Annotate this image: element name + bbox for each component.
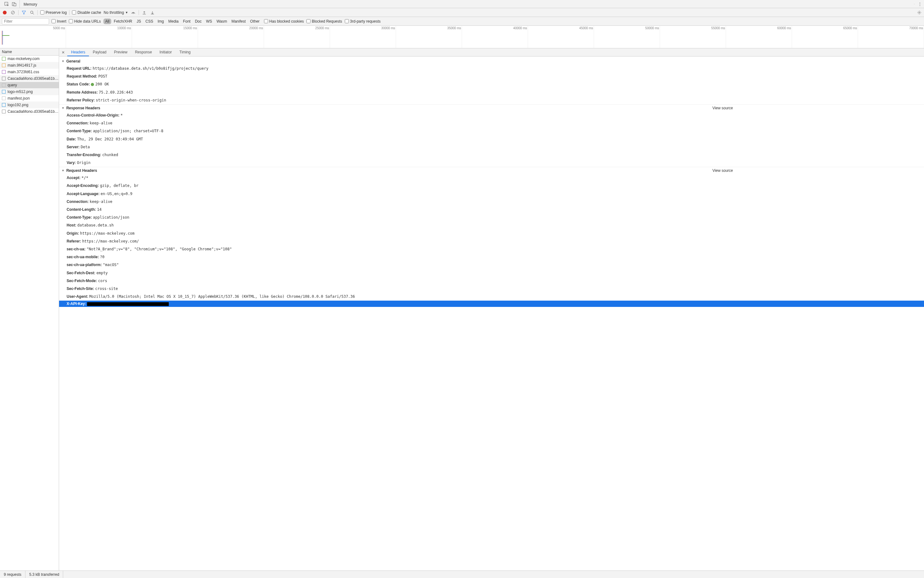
- header-row: Origin: https://max-mckelvey.com: [59, 230, 924, 237]
- section-header[interactable]: ▼Response HeadersView source: [59, 104, 924, 112]
- filter-type-css[interactable]: CSS: [144, 18, 155, 24]
- request-row[interactable]: logo192.png: [0, 102, 59, 109]
- header-row: Transfer-Encoding: chunked: [59, 151, 924, 159]
- js-file-icon: [2, 63, 6, 67]
- filter-type-manifest[interactable]: Manifest: [229, 18, 247, 24]
- more-icon[interactable]: ⋮: [917, 1, 923, 7]
- section-header[interactable]: ▼Request HeadersView source: [59, 167, 924, 174]
- request-row[interactable]: manifest.json: [0, 95, 59, 102]
- timeline-tick-label: 65000 ms: [843, 26, 857, 30]
- request-row[interactable]: max-mckelvey.com: [0, 55, 59, 62]
- filter-icon[interactable]: [21, 10, 27, 15]
- header-key: Remote Address:: [67, 90, 98, 94]
- disclosure-triangle-icon: ▼: [62, 169, 64, 172]
- filter-type-doc[interactable]: Doc: [193, 18, 203, 24]
- request-row[interactable]: query: [0, 82, 59, 89]
- header-value: *: [120, 113, 122, 117]
- tab-memory[interactable]: Memory: [20, 1, 65, 8]
- svg-point-8: [133, 13, 133, 14]
- close-details-icon[interactable]: ✕: [59, 50, 67, 55]
- filter-type-font[interactable]: Font: [181, 18, 192, 24]
- blocked-requests-checkbox[interactable]: Blocked Requests: [306, 19, 342, 24]
- header-row: Request URL: https://database.deta.sh/v1…: [59, 65, 924, 73]
- section-header[interactable]: ▼General: [59, 58, 924, 65]
- request-details-panel: ✕ HeadersPayloadPreviewResponseInitiator…: [59, 49, 924, 570]
- header-value: application/json: [93, 215, 130, 219]
- throttling-select[interactable]: No throttling ▼: [104, 10, 128, 15]
- request-list-panel: Name max-mckelvey.commain.9f414917.jsmai…: [0, 49, 59, 570]
- filter-input[interactable]: [2, 18, 49, 24]
- header-key: Connection:: [67, 200, 89, 204]
- header-row: User-Agent: Mozilla/5.0 (Macintosh; Inte…: [59, 293, 924, 300]
- view-source-link[interactable]: View source: [713, 106, 921, 110]
- header-key: sec-ch-ua-platform:: [67, 263, 102, 267]
- download-icon[interactable]: [150, 10, 155, 15]
- status-bar: 9 requests 5.3 kB transferred: [0, 570, 924, 578]
- header-key: Origin:: [67, 231, 79, 235]
- header-row-x-api-key: X-API-Key:: [59, 300, 924, 307]
- header-key: Referer:: [67, 239, 81, 244]
- filter-type-all[interactable]: All: [103, 18, 111, 24]
- request-row[interactable]: main.3723fd61.css: [0, 69, 59, 75]
- timeline-column: 60000 ms: [726, 26, 792, 48]
- record-button[interactable]: [2, 10, 8, 15]
- timeline-tick-label: 35000 ms: [447, 26, 461, 30]
- filter-type-wasm[interactable]: Wasm: [215, 18, 229, 24]
- blocked-cookies-checkbox[interactable]: Has blocked cookies: [264, 19, 304, 24]
- hide-data-urls-checkbox[interactable]: Hide data URLs: [69, 19, 101, 24]
- filter-type-js[interactable]: JS: [135, 18, 143, 24]
- filter-type-ws[interactable]: WS: [204, 18, 214, 24]
- network-conditions-icon[interactable]: [130, 10, 136, 15]
- request-row[interactable]: CascadiaMono.d3365ea61b…: [0, 75, 59, 82]
- header-row: Status Code: 200 OK: [59, 80, 924, 88]
- details-tab-timing[interactable]: Timing: [176, 49, 195, 55]
- filter-type-other[interactable]: Other: [248, 18, 262, 24]
- header-row: Accept-Encoding: gzip, deflate, br: [59, 182, 924, 190]
- timeline-tick-label: 50000 ms: [645, 26, 659, 30]
- invert-checkbox[interactable]: Invert: [52, 19, 66, 24]
- network-timeline[interactable]: 5000 ms10000 ms15000 ms20000 ms25000 ms3…: [0, 26, 924, 49]
- status-ok-icon: [91, 83, 94, 86]
- details-tab-response[interactable]: Response: [131, 49, 156, 55]
- request-row[interactable]: CascadiaMono.d3365ea61b…: [0, 109, 59, 115]
- header-row: sec-ch-ua-platform: "macOS": [59, 261, 924, 269]
- filter-type-fetch-xhr[interactable]: Fetch/XHR: [112, 18, 134, 24]
- filter-type-img[interactable]: Img: [156, 18, 166, 24]
- header-row: Connection: keep-alive: [59, 198, 924, 206]
- request-name: logo192.png: [8, 103, 28, 107]
- svg-point-9: [919, 12, 920, 13]
- request-row[interactable]: main.9f414917.js: [0, 62, 59, 69]
- details-tab-preview[interactable]: Preview: [110, 49, 131, 55]
- request-row[interactable]: logo-m512.png: [0, 89, 59, 95]
- clear-icon[interactable]: [10, 10, 16, 15]
- device-toolbar: [1, 0, 20, 8]
- header-value: ?0: [100, 255, 104, 259]
- other-file-icon: [2, 83, 6, 87]
- header-value: keep-alive: [89, 200, 112, 204]
- timeline-tick-label: 20000 ms: [249, 26, 263, 30]
- details-tab-payload[interactable]: Payload: [89, 49, 110, 55]
- disclosure-triangle-icon: ▼: [62, 60, 64, 63]
- details-tab-headers[interactable]: Headers: [67, 49, 89, 56]
- doc-file-icon: [2, 57, 6, 61]
- request-list-header: Name: [0, 49, 59, 55]
- upload-icon[interactable]: [142, 10, 147, 15]
- network-settings-icon[interactable]: [916, 10, 922, 15]
- third-party-checkbox[interactable]: 3rd-party requests: [345, 19, 381, 24]
- inspect-icon[interactable]: [4, 1, 10, 7]
- disable-cache-checkbox[interactable]: Disable cache: [72, 10, 101, 15]
- details-tab-initiator[interactable]: Initiator: [156, 49, 176, 55]
- request-name: manifest.json: [8, 96, 30, 101]
- header-value: database.deta.sh: [77, 223, 114, 227]
- header-row: sec-ch-ua-mobile: ?0: [59, 253, 924, 261]
- settings-icon[interactable]: [911, 1, 917, 7]
- view-source-link[interactable]: View source: [713, 168, 921, 173]
- device-mode-icon[interactable]: [11, 1, 17, 7]
- preserve-log-checkbox[interactable]: Preserve log: [40, 10, 67, 15]
- header-value: https://max-mckelvey.com/: [82, 239, 139, 244]
- resource-type-filters: AllFetch/XHRJSCSSImgMediaFontDocWSWasmMa…: [103, 18, 262, 24]
- header-value: "macOS": [103, 263, 119, 267]
- filter-type-media[interactable]: Media: [166, 18, 181, 24]
- header-row: Sec-Fetch-Dest: empty: [59, 269, 924, 277]
- search-icon[interactable]: [29, 10, 35, 15]
